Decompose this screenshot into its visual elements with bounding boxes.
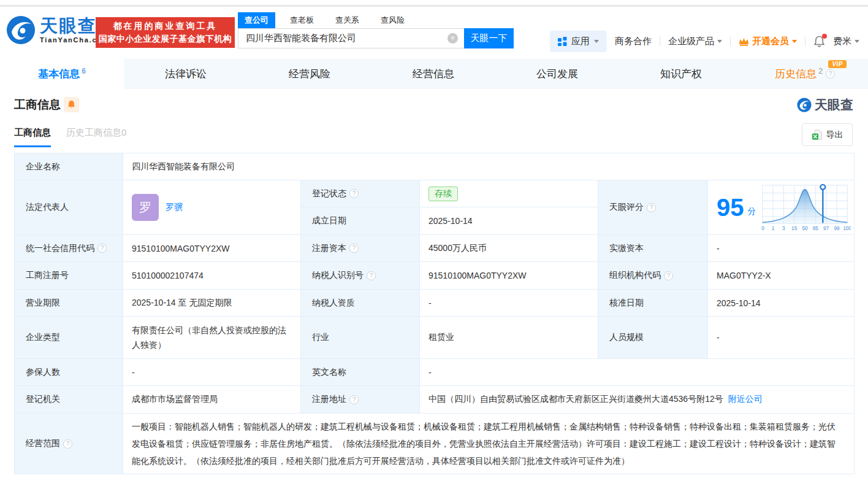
label-text: 经营范围	[26, 438, 60, 449]
field-label-taxpayer-id: 纳税人识别号?	[301, 262, 420, 290]
field-value-industry: 租赁业	[420, 317, 598, 359]
help-icon[interactable]: ?	[826, 69, 835, 79]
help-icon[interactable]: ?	[647, 203, 656, 212]
field-label-legal-rep: 法定代表人	[15, 180, 123, 235]
field-label-reg-status: 登记状态?	[301, 180, 420, 207]
table-row: 企业类型 有限责任公司（非自然人投资或控股的法人独资） 行业 租赁业 人员规模 …	[15, 317, 855, 359]
watermark-brand-text: 天眼查	[815, 96, 853, 114]
logo-eye-icon	[6, 15, 36, 45]
business-info-table: 企业名称 四川华西智能装备有限公司 法定代表人 罗罗骥 登记状态? 存续 天眼评…	[14, 153, 855, 474]
menu-enterprise-products[interactable]: 企业级产品	[668, 36, 722, 47]
excel-icon	[812, 129, 822, 141]
watermark-logo: 天眼查	[797, 96, 853, 114]
apps-grid-icon	[558, 37, 567, 46]
tab-intellectual-property[interactable]: 知识产权	[619, 59, 743, 89]
company-nav-tabs: 基本信息 6 法律诉讼 经营风险 经营信息 公司发展 知识产权 VIP 历史信息…	[0, 59, 868, 89]
search-tab-relation[interactable]: 查关系	[329, 12, 366, 28]
svg-text:1: 1	[771, 225, 774, 231]
vip-badge: VIP	[828, 60, 847, 68]
user-menu[interactable]: 费米	[833, 36, 859, 47]
tab-count: 6	[82, 67, 86, 75]
crown-icon	[739, 37, 749, 46]
export-button[interactable]: 导出	[802, 123, 853, 146]
address-text: 中国（四川）自由贸易试验区成都市天府新区正兴街道夔州大道4536号附12号	[428, 394, 723, 404]
field-label-taxpayer-quality: 纳税人资质	[301, 290, 420, 317]
field-value-approval-date: 2025-10-14	[708, 290, 855, 317]
svg-text:97: 97	[823, 225, 829, 231]
menu-divider	[730, 37, 731, 46]
username: 费米	[833, 36, 851, 47]
score-marker-pin	[820, 185, 825, 190]
status-badge: 存续	[428, 187, 458, 201]
field-value-reg-address: 中国（四川）自由贸易试验区成都市天府新区正兴街道夔州大道4536号附12号附近公…	[420, 386, 855, 414]
search-button[interactable]: 天眼一下	[464, 28, 514, 48]
field-label-org-code: 组织机构代码?	[598, 262, 708, 290]
svg-text:50: 50	[802, 225, 808, 231]
nearby-companies-link[interactable]: 附近公司	[728, 394, 763, 404]
menu-open-vip[interactable]: 开通会员	[739, 36, 797, 47]
field-label-paid-capital: 实缴资本	[598, 235, 708, 262]
svg-text:100: 100	[843, 225, 851, 231]
field-label-staff-size: 人员规模	[598, 317, 708, 359]
field-value-credit-code: 91510100MAG0TYY2XW	[123, 235, 301, 262]
label-text: 天眼评分	[609, 202, 644, 213]
field-label-company-type: 企业类型	[15, 317, 123, 359]
help-icon[interactable]: ?	[367, 271, 376, 280]
table-row: 营业期限 2025-10-14 至 无固定期限 纳税人资质 - 核准日期 202…	[15, 290, 855, 317]
field-label-establish-date: 成立日期	[301, 207, 420, 235]
tab-legal-litigation[interactable]: 法律诉讼	[124, 59, 248, 89]
field-value-insured-num: -	[123, 359, 301, 386]
field-value-company-name: 四川华西智能装备有限公司	[123, 153, 855, 180]
table-row: 工商注册号 510100002107474 纳税人识别号? 91510100MA…	[15, 262, 855, 290]
tab-operation-info[interactable]: 经营信息	[371, 59, 495, 89]
tab-label: 公司发展	[536, 67, 578, 81]
svg-text:3: 3	[782, 225, 785, 231]
tab-label: 法律诉讼	[165, 67, 207, 81]
chevron-down-icon	[855, 40, 859, 43]
field-label-reg-authority: 登记机关	[15, 386, 123, 414]
table-row: 登记机关 成都市市场监督管理局 注册地址? 中国（四川）自由贸易试验区成都市天府…	[15, 386, 855, 414]
svg-text:99: 99	[834, 225, 840, 231]
subtab-business-info[interactable]: 工商信息	[14, 127, 51, 147]
menu-divider	[805, 37, 805, 46]
field-label-company-name: 企业名称	[15, 153, 123, 180]
field-value-legal-rep: 罗罗骥	[123, 180, 301, 235]
field-label-business-scope: 经营范围?	[15, 414, 123, 474]
notifications-bell[interactable]	[813, 36, 825, 48]
subtab-history-business-info[interactable]: 历史工商信息0	[66, 127, 126, 139]
subscribe-bell-button[interactable]	[64, 97, 79, 112]
tab-company-development[interactable]: 公司发展	[495, 59, 619, 89]
help-icon[interactable]: ?	[63, 439, 72, 449]
legal-rep-link[interactable]: 罗骥	[166, 202, 183, 212]
menu-cooperation[interactable]: 商务合作	[615, 36, 652, 47]
tab-operation-risk[interactable]: 经营风险	[248, 59, 371, 89]
legal-rep-avatar[interactable]: 罗	[132, 194, 159, 221]
tab-history-info[interactable]: VIP 历史信息 2 ?	[743, 59, 867, 89]
search-tab-company[interactable]: 查公司	[238, 12, 275, 28]
search-tab-risk[interactable]: 查风险	[374, 12, 411, 28]
tianyancha-logo[interactable]: 天眼查 TianYanCha.com	[6, 15, 110, 45]
bell-icon	[67, 100, 76, 110]
header-menu: 应用 商务合作 企业级产品 开通会员 费米	[550, 31, 859, 52]
help-icon[interactable]: ?	[664, 271, 673, 280]
tab-label: 经营信息	[413, 67, 454, 81]
apps-menu[interactable]: 应用	[550, 31, 607, 52]
search-tab-boss[interactable]: 查老板	[283, 12, 321, 28]
help-icon[interactable]: ?	[349, 189, 359, 198]
search-input[interactable]	[238, 28, 464, 48]
field-label-insured-num: 参保人数	[15, 359, 123, 386]
help-icon[interactable]: ?	[97, 244, 107, 253]
help-icon[interactable]: ?	[349, 244, 359, 253]
tab-basic-info[interactable]: 基本信息 6	[0, 59, 124, 89]
field-value-reg-number: 510100002107474	[123, 262, 301, 290]
score-axis-ticks: 0 1 3 15 50 85 97 99 100	[761, 225, 851, 231]
field-value-reg-status: 存续	[420, 180, 598, 207]
svg-text:15: 15	[791, 225, 798, 231]
table-row: 法定代表人 罗罗骥 登记状态? 存续 天眼评分? 95 分	[15, 180, 855, 207]
label-text: 统一社会信用代码	[26, 243, 94, 254]
subtab-row: 工商信息 历史工商信息0 导出	[0, 120, 868, 153]
tab-label: 历史信息	[775, 67, 817, 81]
help-icon[interactable]: ?	[349, 395, 359, 404]
tab-label: 知识产权	[660, 67, 702, 81]
clear-icon[interactable]: ×	[447, 33, 458, 44]
